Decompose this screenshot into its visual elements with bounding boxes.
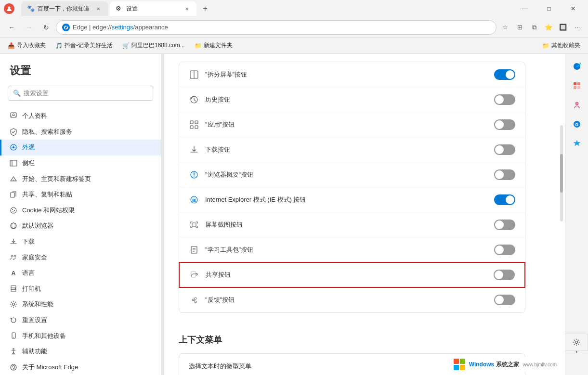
sidebar-item-language-label: 语言 (22, 269, 35, 277)
tab-baidu-icon: 🐾 (27, 5, 35, 13)
ie-mode-toggle[interactable] (494, 194, 515, 205)
split-screen-toggle[interactable] (494, 69, 515, 80)
import-icon: 📥 (8, 42, 15, 49)
sidebar-item-appearance[interactable]: 外观 (0, 140, 161, 155)
other-bookmarks[interactable]: 📁 其他收藏夹 (538, 39, 584, 52)
sidebar-settings-icon[interactable] (565, 334, 588, 351)
sidebar-icon (10, 159, 17, 167)
minimize-button[interactable]: — (514, 0, 536, 17)
bookmark-tiktok[interactable]: 🎵 抖音-记录美好生活 (52, 39, 117, 52)
browser-essentials-label: "浏览器概要"按钮 (205, 170, 488, 179)
tab-baidu[interactable]: 🐾 百度一下，你就知道 ✕ (21, 1, 108, 16)
share-btn-toggle-knob (495, 271, 503, 279)
favorites-icon[interactable]: ☆ (498, 21, 512, 34)
right-sidebar-btn1[interactable] (568, 77, 586, 94)
printer-icon (10, 285, 17, 293)
sidebar-item-downloads-label: 下载 (22, 237, 35, 246)
sidebar-item-printer[interactable]: 打印机 (0, 281, 161, 297)
maximize-button[interactable]: □ (538, 0, 560, 17)
sidebar-item-profile[interactable]: 个人资料 (0, 108, 161, 124)
settings-search-box[interactable]: 🔍 (8, 86, 153, 101)
svg-rect-34 (192, 223, 196, 227)
browser-essentials-toggle[interactable] (494, 169, 515, 180)
sidebar-item-default-browser[interactable]: 默认浏览器 (0, 218, 161, 234)
tab-settings[interactable]: ⚙ 设置 ✕ (110, 1, 196, 16)
sidebar-item-downloads[interactable]: 下载 (0, 234, 161, 250)
forward-button[interactable]: → (21, 20, 37, 35)
svg-point-4 (13, 146, 14, 148)
back-button[interactable]: ← (4, 20, 19, 35)
downloads-toggle[interactable] (494, 144, 515, 155)
windows-brand: Windows (469, 361, 495, 368)
edge-brand-icon (62, 24, 70, 31)
svg-point-21 (13, 337, 14, 338)
other-bookmarks-folder-icon: 📁 (542, 42, 549, 49)
tab-settings-icon: ⚙ (116, 5, 123, 13)
learning-toggle[interactable] (494, 245, 515, 255)
svg-point-52 (575, 341, 578, 344)
close-button[interactable]: ✕ (562, 0, 584, 17)
right-sidebar-btn4[interactable] (568, 135, 586, 152)
share-btn-toggle[interactable] (494, 270, 515, 280)
split-screen-icon[interactable]: ⊞ (513, 21, 526, 34)
sidebar-item-appearance-label: 外观 (22, 143, 35, 152)
bookmark-tiktok-label: 抖音-记录美好生活 (65, 41, 113, 50)
refresh-button[interactable]: ↻ (39, 20, 54, 35)
history-toggle-knob (495, 95, 504, 104)
folder-icon: 📁 (195, 42, 202, 49)
tab-baidu-close[interactable]: ✕ (94, 5, 102, 13)
feedback-toggle[interactable] (494, 295, 515, 305)
bookmark-newfolder[interactable]: 📁 新建文件夹 (191, 39, 236, 52)
scroll-track (560, 125, 563, 221)
apps-toggle[interactable] (494, 119, 515, 130)
bookmark-alibaba[interactable]: 🛒 阿里巴巴1688.com... (118, 39, 189, 52)
apps-label: "应用"按钮 (205, 120, 488, 129)
sidebar-item-default-label: 默认浏览器 (22, 221, 53, 230)
svg-point-49 (575, 102, 578, 105)
cookies-icon (10, 207, 17, 214)
sidebar-item-mobile[interactable]: 手机和其他设备 (0, 328, 161, 344)
svg-point-11 (14, 210, 15, 211)
sidebar-item-accessibility-label: 辅助功能 (22, 347, 47, 356)
screenshot-toggle[interactable] (494, 220, 515, 230)
sidebar-item-about[interactable]: 关于 Microsoft Edge (0, 359, 161, 375)
sidebar-item-accessibility[interactable]: 辅助功能 (0, 344, 161, 360)
right-sidebar-btn2[interactable] (568, 96, 586, 114)
sidebar-item-language[interactable]: A 语言 (0, 265, 161, 281)
alibaba-icon: 🛒 (122, 42, 130, 49)
sidebar-item-sidebar[interactable]: 侧栏 (0, 155, 161, 171)
bookmark-import[interactable]: 📥 导入收藏夹 (4, 39, 50, 52)
sidebar-item-system[interactable]: 系统和性能 (0, 297, 161, 312)
sidebar-item-cookies[interactable]: Cookie 和网站权限 (0, 203, 161, 219)
sidebar-item-reset[interactable]: 重置设置 (0, 312, 161, 328)
address-input[interactable]: Edge | edge://settings/appearance (56, 20, 497, 35)
svg-point-10 (12, 209, 13, 210)
screenshot-row-icon (189, 220, 199, 230)
browser-icon2[interactable]: 🔲 (556, 21, 570, 34)
system-icon (10, 300, 17, 308)
settings-search-input[interactable] (24, 90, 148, 97)
history-toggle[interactable] (494, 94, 515, 105)
more-icon[interactable]: ··· (571, 21, 584, 34)
sidebar-item-share[interactable]: 共享、复制和粘贴 (0, 187, 161, 203)
new-tab-button[interactable]: + (198, 2, 212, 15)
sidebar-item-privacy[interactable]: 隐私、搜索和服务 (0, 124, 161, 140)
sidebar-item-privacy-label: 隐私、搜索和服务 (22, 128, 72, 136)
ie-mode-row-icon: IE (189, 194, 199, 205)
sidebar-item-family[interactable]: 家庭安全 (0, 249, 161, 265)
tab-baidu-title: 百度一下，你就知道 (38, 5, 91, 13)
scroll-thumb[interactable] (560, 154, 563, 193)
profile-avatar[interactable] (4, 3, 14, 14)
right-sidebar-btn3[interactable]: O (568, 116, 586, 133)
favorites-collection-icon[interactable]: ⭐ (542, 21, 555, 34)
tab-settings-close[interactable]: ✕ (183, 5, 191, 13)
sidebar-item-start[interactable]: 开始、主页和新建标签页 (0, 171, 161, 187)
edge-sidebar-icon[interactable] (568, 58, 586, 75)
svg-line-44 (194, 300, 195, 301)
sidebar-item-mobile-label: 手机和其他设备 (22, 332, 66, 340)
svg-rect-45 (574, 82, 576, 85)
svg-point-24 (13, 369, 14, 370)
svg-rect-48 (577, 86, 580, 89)
svg-point-19 (13, 303, 15, 306)
tab-preview-icon[interactable]: ⧉ (527, 21, 541, 34)
